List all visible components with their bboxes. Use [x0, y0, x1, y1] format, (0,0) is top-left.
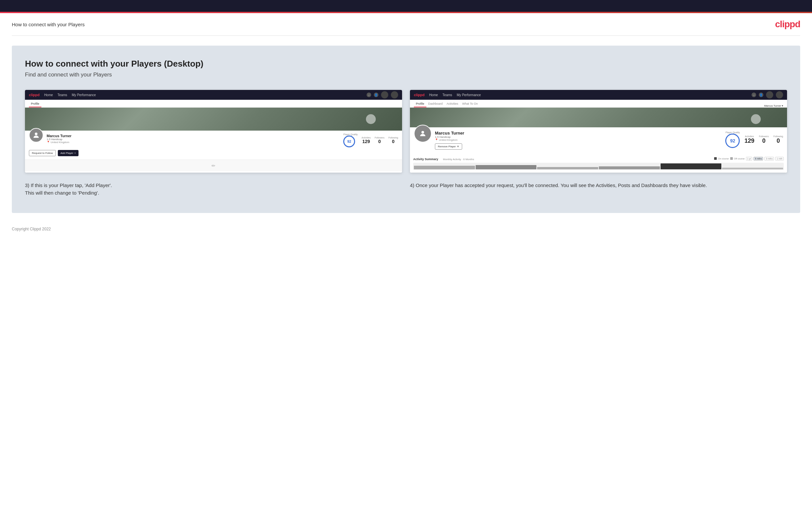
- tab-profile-1[interactable]: Profile: [29, 102, 41, 107]
- pencil-icon: ✏: [211, 163, 215, 168]
- avatar-row-2: Marcus Turner 1-5 Handicap 📍 United King…: [414, 130, 783, 150]
- avatar-icon-2: [419, 130, 427, 137]
- player-handicap-2: 1-5 Handicap: [435, 135, 464, 138]
- mock-nav-teams-2[interactable]: Teams: [443, 93, 452, 97]
- activity-controls: On course Off course 1 yr 6 mths 3 mths …: [714, 157, 784, 161]
- bar-3: [537, 167, 598, 169]
- avatar-circle-1[interactable]: [381, 91, 388, 99]
- description-row: 3) If this is your Player tap, 'Add Play…: [25, 182, 787, 196]
- quality-circle-1: 92: [343, 135, 355, 147]
- mock-nav-home-2[interactable]: Home: [429, 93, 438, 97]
- footer: Copyright Clippd 2022: [0, 223, 812, 235]
- activities-value-1: 129: [362, 139, 371, 144]
- player-name-1: Marcus Turner: [47, 134, 71, 138]
- mock-nav-myperformance-2[interactable]: My Performance: [457, 93, 481, 97]
- settings-circle-1[interactable]: [391, 91, 398, 99]
- tab-dashboard-2[interactable]: Dashboard: [426, 102, 445, 107]
- main-content: How to connect with your Players (Deskto…: [12, 46, 800, 213]
- mock-nav-icons-2: ⌕ 👤: [752, 91, 783, 99]
- tabs-group-2: Profile Dashboard Activities What To On: [414, 102, 479, 107]
- followers-label-1: Followers: [374, 136, 384, 139]
- location-icon-1: 📍: [47, 141, 50, 144]
- request-follow-button[interactable]: Request to Follow: [29, 150, 56, 156]
- mock-nav-myperformance-1[interactable]: My Performance: [72, 93, 96, 97]
- bar-1: [414, 166, 475, 169]
- on-course-label: On course: [718, 158, 728, 160]
- svg-point-1: [421, 131, 424, 133]
- search-icon-1[interactable]: ⌕: [367, 93, 371, 97]
- search-icon-2[interactable]: ⌕: [752, 93, 756, 97]
- add-player-button[interactable]: Add Player +: [58, 150, 79, 156]
- activities-label-1: Activities: [362, 136, 371, 139]
- mock-nav-home-1[interactable]: Home: [44, 93, 53, 97]
- period-btn-1yr[interactable]: 1 yr: [746, 157, 753, 161]
- pq-label-1: Player Quality: [343, 133, 358, 135]
- on-course-dot: [714, 157, 717, 160]
- following-label-1: Following: [388, 136, 398, 139]
- player-info-2: Marcus Turner 1-5 Handicap 📍 United King…: [435, 130, 783, 150]
- bar-6: [722, 168, 783, 169]
- avatar-2: [414, 125, 432, 143]
- mock-tab-bar-2: Profile Dashboard Activities What To On …: [410, 100, 787, 108]
- followers-label-2: Followers: [759, 135, 769, 137]
- screenshot-1: clippd Home Teams My Performance ⌕ 👤 Pro…: [25, 90, 402, 173]
- copyright: Copyright Clippd 2022: [12, 227, 51, 231]
- activity-subtitle: Monthly Activity · 6 Months: [443, 158, 474, 161]
- following-value-2: 0: [773, 137, 783, 145]
- mock-nav-teams-1[interactable]: Teams: [57, 93, 67, 97]
- description-1: 3) If this is your Player tap, 'Add Play…: [25, 182, 402, 196]
- player-name-2: Marcus Turner: [435, 130, 464, 135]
- activity-summary: Activity Summary Monthly Activity · 6 Mo…: [410, 153, 787, 173]
- chart-area: [413, 163, 784, 170]
- period-btn-6mths[interactable]: 6 mths: [754, 157, 763, 161]
- page-title: How to connect with your Players (Deskto…: [25, 59, 787, 69]
- marcus-dropdown[interactable]: Marcus Turner ▾: [764, 104, 783, 107]
- mock-nav-icons-1: ⌕ 👤: [367, 91, 398, 99]
- top-bar: [0, 0, 812, 12]
- activity-title: Activity Summary: [413, 158, 438, 161]
- followers-value-2: 0: [759, 137, 769, 145]
- avatar-row-1: Marcus Turner 1-5 Handicap 📍 United King…: [29, 133, 398, 147]
- period-btn-1mth[interactable]: 1 mth: [775, 157, 784, 161]
- pencil-area-1: ✏: [25, 160, 402, 171]
- breadcrumb: How to connect with your Players: [12, 22, 85, 27]
- chevron-down-icon: ▾: [782, 104, 783, 107]
- header: How to connect with your Players clippd: [0, 13, 812, 36]
- activity-header: Activity Summary Monthly Activity · 6 Mo…: [413, 156, 784, 161]
- mock-logo-1: clippd: [29, 93, 39, 97]
- golf-image-1: [25, 108, 402, 130]
- bar-5: [661, 163, 722, 169]
- avatar-1: [29, 128, 43, 143]
- profile-section-1: Marcus Turner 1-5 Handicap 📍 United King…: [25, 130, 402, 160]
- profile-section-2: Marcus Turner 1-5 Handicap 📍 United King…: [410, 127, 787, 153]
- following-value-1: 0: [388, 139, 398, 144]
- avatar-icon-1: [32, 131, 40, 139]
- buttons-row-1: Request to Follow Add Player +: [29, 150, 398, 156]
- player-info-1: Marcus Turner 1-5 Handicap 📍 United King…: [47, 133, 398, 147]
- description-2: 4) Once your Player has accepted your re…: [410, 182, 787, 196]
- player-handicap-1: 1-5 Handicap: [47, 138, 71, 141]
- user-icon-1[interactable]: 👤: [374, 93, 378, 97]
- activities-label-2: Activities: [744, 135, 754, 137]
- bar-4: [599, 166, 660, 169]
- mock-navbar-2: clippd Home Teams My Performance ⌕ 👤: [410, 90, 787, 100]
- bar-2: [476, 165, 537, 170]
- svg-point-0: [35, 132, 38, 135]
- user-icon-2[interactable]: 👤: [759, 93, 763, 97]
- avatar-circle-2[interactable]: [766, 91, 773, 99]
- player-location-2: 📍 United Kingdom: [435, 138, 464, 142]
- tab-whattoon-2[interactable]: What To On: [460, 102, 479, 107]
- mock-logo-2: clippd: [414, 93, 424, 97]
- tab-activities-2[interactable]: Activities: [445, 102, 461, 107]
- screenshots-row: clippd Home Teams My Performance ⌕ 👤 Pro…: [25, 90, 787, 173]
- period-btn-3mths[interactable]: 3 mths: [764, 157, 774, 161]
- followers-value-1: 0: [374, 139, 384, 144]
- remove-player-button[interactable]: Remove Player ✕: [435, 144, 462, 150]
- screenshot-2: clippd Home Teams My Performance ⌕ 👤 Pro…: [410, 90, 787, 173]
- settings-circle-2[interactable]: [776, 91, 783, 99]
- golf-image-2: [410, 108, 787, 127]
- activity-title-group: Activity Summary Monthly Activity · 6 Mo…: [413, 156, 474, 161]
- tab-profile-2[interactable]: Profile: [414, 102, 426, 107]
- off-course-label: Off course: [734, 158, 745, 160]
- page-subtitle: Find and connect with your Players: [25, 71, 787, 78]
